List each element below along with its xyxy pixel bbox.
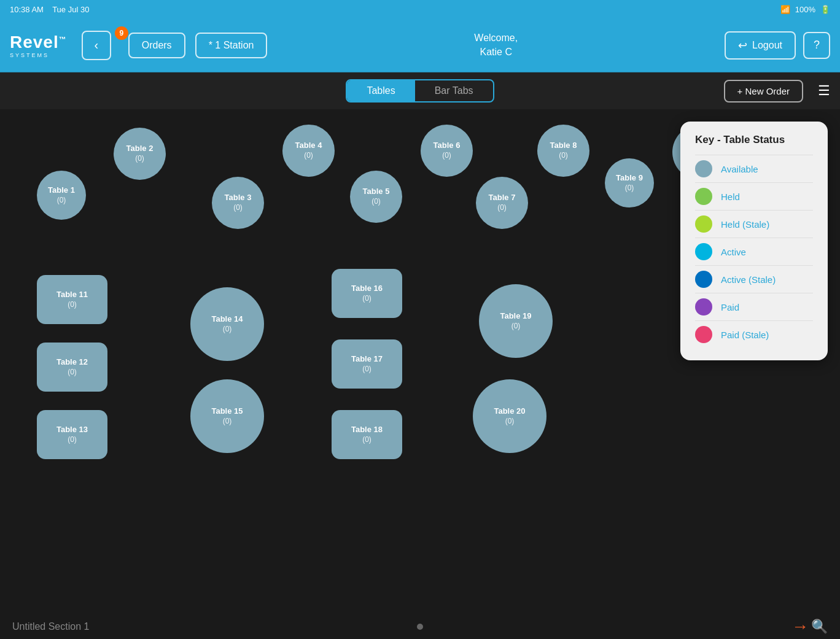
key-dot-4: [695, 271, 712, 288]
orders-badge: 9: [115, 26, 128, 40]
table-item-t6[interactable]: Table 6(0): [421, 125, 473, 177]
page-indicator: [417, 624, 423, 630]
section-name: Untitled Section 1: [12, 621, 89, 632]
key-item-6: Paid (Stale): [695, 320, 813, 348]
header: Revel™ SYSTEMS ‹ 9 Orders * 1 Station We…: [0, 18, 840, 72]
key-items-list: Available Held Held (Stale) Active Activ…: [695, 155, 813, 348]
wifi-icon: 📶: [780, 5, 790, 14]
table-item-t19[interactable]: Table 19(0): [479, 284, 553, 358]
list-icon[interactable]: ☰: [818, 83, 830, 99]
key-dot-2: [695, 215, 712, 233]
table-item-t1[interactable]: Table 1(0): [37, 171, 86, 220]
table-item-t4[interactable]: Table 4(0): [282, 125, 335, 177]
header-right: ↩ Logout ?: [725, 31, 830, 60]
key-label-2: Held (Stale): [721, 219, 769, 230]
key-item-1: Held: [695, 182, 813, 210]
table-item-t20[interactable]: Table 20(0): [473, 379, 546, 453]
key-dot-3: [695, 243, 712, 260]
battery-level: 100%: [795, 5, 815, 14]
key-label-4: Active (Stale): [721, 274, 776, 285]
table-item-t5[interactable]: Table 5(0): [350, 171, 402, 223]
tab-tables[interactable]: Tables: [347, 80, 414, 101]
arrow-right-icon: →: [791, 617, 809, 637]
status-indicators: 📶 100% 🔋: [780, 5, 830, 14]
table-item-t3[interactable]: Table 3(0): [212, 177, 264, 229]
key-label-5: Paid: [721, 302, 739, 312]
table-item-t2[interactable]: Table 2(0): [114, 128, 166, 180]
bottom-bar: Untitled Section 1 → 🔍: [0, 614, 840, 639]
tab-bar-tabs[interactable]: Bar Tabs: [415, 80, 493, 101]
table-item-t17[interactable]: Table 17(0): [332, 339, 402, 389]
key-item-3: Active: [695, 238, 813, 265]
key-label-1: Held: [721, 192, 740, 202]
table-item-t11[interactable]: Table 11(0): [37, 275, 107, 324]
table-item-t12[interactable]: Table 12(0): [37, 343, 107, 392]
revel-logo: Revel™ SYSTEMS: [10, 33, 67, 58]
welcome-text: Welcome, Katie C: [474, 31, 518, 59]
key-label-3: Active: [721, 247, 746, 257]
key-item-5: Paid: [695, 293, 813, 320]
key-item-0: Available: [695, 155, 813, 182]
tab-group: Tables Bar Tabs: [346, 79, 494, 103]
key-item-4: Active (Stale): [695, 265, 813, 293]
logout-icon: ↩: [738, 39, 747, 52]
key-title: Key - Table Status: [695, 134, 813, 146]
key-dot-0: [695, 160, 712, 177]
search-icon[interactable]: 🔍: [811, 619, 828, 635]
status-time-date: 10:38 AM Tue Jul 30: [10, 5, 89, 14]
table-item-t16[interactable]: Table 16(0): [332, 269, 402, 318]
key-dot-1: [695, 188, 712, 205]
main-area: Table 1(0)Table 2(0)Table 3(0)Table 4(0)…: [0, 109, 840, 614]
battery-icon: 🔋: [820, 5, 830, 14]
table-item-t15[interactable]: Table 15(0): [190, 379, 264, 453]
search-arrow-area: → 🔍: [791, 617, 828, 637]
table-item-t9[interactable]: Table 9(0): [605, 158, 654, 207]
logo-systems: SYSTEMS: [10, 52, 49, 58]
key-dot-6: [695, 326, 712, 343]
key-panel: Key - Table Status Available Held Held (…: [680, 122, 828, 360]
table-item-t14[interactable]: Table 14(0): [190, 287, 264, 361]
back-button[interactable]: ‹: [82, 31, 111, 60]
table-item-t7[interactable]: Table 7(0): [476, 177, 528, 229]
key-label-6: Paid (Stale): [721, 330, 769, 340]
key-label-0: Available: [721, 164, 758, 174]
help-button[interactable]: ?: [803, 32, 830, 59]
station-button[interactable]: * 1 Station: [195, 33, 268, 58]
new-order-button[interactable]: + New Order: [724, 80, 803, 103]
logout-button[interactable]: ↩ Logout: [725, 31, 796, 60]
table-item-t8[interactable]: Table 8(0): [537, 125, 589, 177]
key-item-2: Held (Stale): [695, 210, 813, 238]
toolbar: Tables Bar Tabs + New Order ☰: [0, 72, 840, 109]
logo-revel: Revel™: [10, 33, 67, 52]
table-item-t18[interactable]: Table 18(0): [332, 410, 402, 459]
status-bar: 10:38 AM Tue Jul 30 📶 100% 🔋: [0, 0, 840, 18]
orders-wrapper: 9 Orders: [121, 33, 185, 58]
key-dot-5: [695, 298, 712, 316]
table-item-t13[interactable]: Table 13(0): [37, 410, 107, 459]
orders-button[interactable]: Orders: [128, 33, 185, 58]
